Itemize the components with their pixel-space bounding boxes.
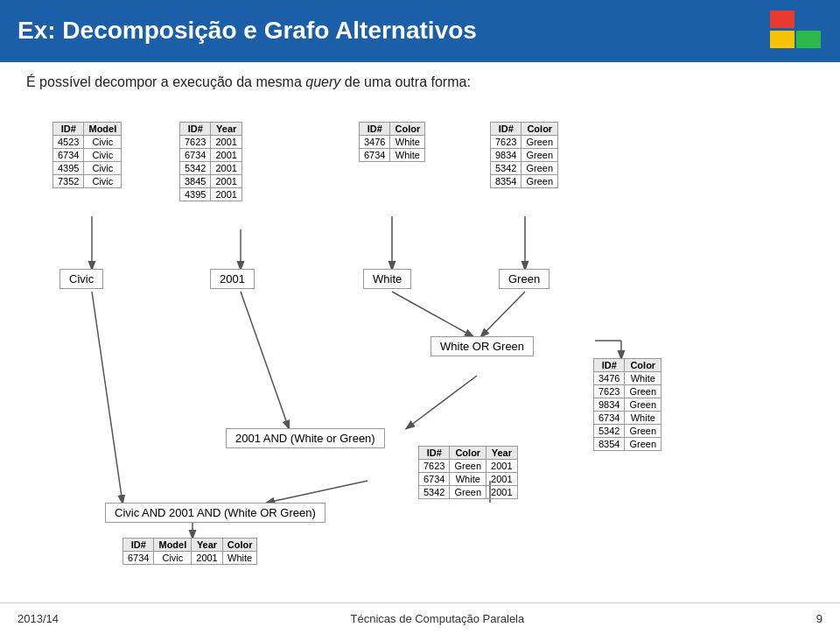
- final-filter: Civic AND 2001 AND (White OR Green): [105, 503, 326, 523]
- content-area: É possível decompor a execução da mesma …: [0, 62, 840, 595]
- color-white-table: ID#Color 3476White 6734White: [359, 122, 425, 162]
- footer-year: 2013/14: [18, 612, 59, 625]
- svg-rect-1: [796, 11, 821, 28]
- svg-line-9: [481, 292, 525, 336]
- final-table: ID# Model Year Color 6734 Civic 2001 Whi…: [122, 538, 257, 565]
- footer-center: Técnicas de Computação Paralela: [351, 612, 525, 625]
- page-title: Ex: Decomposição e Grafo Alternativos: [18, 17, 477, 45]
- color-green-table: ID#Color 7623Green 9834Green 5342Green 8…: [490, 122, 558, 188]
- diagram: ID#Model 4523Civic 6734Civic 4395Civic 7…: [26, 104, 814, 595]
- footer-page: 9: [816, 612, 822, 625]
- year-table: ID#Year 76232001 67342001 53422001 38452…: [179, 122, 242, 201]
- svg-line-15: [92, 292, 122, 503]
- logo-icon: [770, 11, 822, 50]
- svg-line-13: [407, 376, 477, 428]
- and-filter: 2001 AND (White or Green): [226, 428, 385, 448]
- header: Ex: Decomposição e Grafo Alternativos: [0, 0, 840, 59]
- subtitle: É possível decompor a execução da mesma …: [26, 74, 814, 90]
- white-or-green-table: ID#Color 3476White 7623Green 9834Green 6…: [593, 358, 662, 451]
- green-filter: Green: [499, 269, 550, 289]
- svg-line-16: [267, 481, 368, 503]
- and-result-table: ID#ColorYear 7623Green2001 6734White2001…: [418, 446, 518, 499]
- white-filter: White: [363, 269, 411, 289]
- civic-filter: Civic: [60, 269, 103, 289]
- svg-rect-2: [770, 31, 794, 48]
- footer: 2013/14 Técnicas de Computação Paralela …: [0, 602, 840, 634]
- model-table: ID#Model 4523Civic 6734Civic 4395Civic 7…: [52, 122, 122, 188]
- svg-line-12: [241, 292, 289, 428]
- svg-line-8: [392, 292, 472, 336]
- white-or-green-filter: White OR Green: [430, 336, 534, 356]
- year-filter: 2001: [210, 269, 255, 289]
- svg-rect-0: [770, 11, 794, 28]
- svg-rect-3: [796, 31, 821, 48]
